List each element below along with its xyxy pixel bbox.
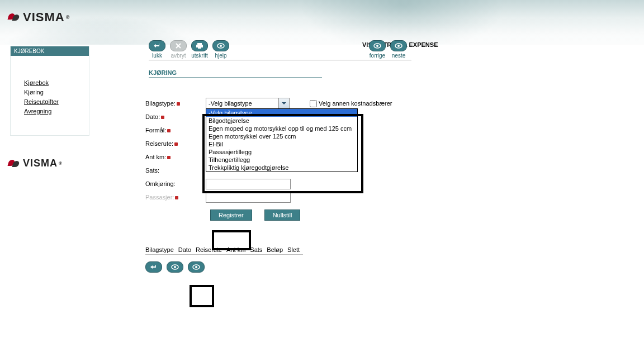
results-table-header: Bilagstype Dato Reiserute Ant km Sats Be… <box>145 246 303 255</box>
required-marker <box>177 102 180 106</box>
bilagstype-dropdown[interactable]: -Velg bilagstype Bilgodtgjørelse Egen mo… <box>206 108 358 172</box>
col-bilagstype: Bilagstype <box>145 246 174 253</box>
bilagstype-option[interactable]: Bilgodtgjørelse <box>206 117 357 125</box>
return-icon[interactable] <box>145 261 162 273</box>
chevron-down-icon[interactable] <box>278 98 289 108</box>
bottom-icon-row <box>145 261 492 273</box>
col-sats: Sats <box>250 246 262 253</box>
nullstill-button[interactable]: Nullstill <box>264 209 301 221</box>
sidebar-item-avregning[interactable]: Avregning <box>24 107 83 116</box>
col-dato: Dato <box>178 246 191 253</box>
svg-rect-2 <box>198 47 201 49</box>
registrer-button[interactable]: Registrer <box>210 209 252 221</box>
brand-logo-side: VISMA ® <box>8 158 63 169</box>
required-marker <box>174 142 178 146</box>
eye-icon[interactable] <box>188 261 205 273</box>
toolbar-close-label: lukk <box>152 53 162 59</box>
toolbar-next[interactable]: neste <box>390 40 407 59</box>
eye-icon[interactable] <box>167 261 183 273</box>
label-sats: Sats: <box>145 167 206 174</box>
bilagstype-option[interactable]: Tilhengertillegg <box>206 156 357 164</box>
section-title: KJØRING <box>149 68 177 77</box>
return-icon <box>149 40 165 51</box>
bilagstype-option[interactable]: Egen moped og motorsykkel opp til og med… <box>206 125 357 132</box>
bilagstype-option[interactable]: El-Bil <box>206 140 357 148</box>
sidebar-item-reiseutgifter[interactable]: Reiseutgifter <box>24 97 83 107</box>
svg-point-8 <box>397 45 400 47</box>
other-cost-label: Velg annen kostnadsbærer <box>319 100 392 107</box>
label-formal: Formål: <box>145 127 206 134</box>
toolbar: lukk avbryt utskrift hjelp <box>149 40 411 60</box>
col-slett: Slett <box>287 246 300 253</box>
col-reiserute: Reiserute <box>196 246 222 253</box>
required-marker <box>161 116 164 119</box>
svg-point-12 <box>195 266 197 268</box>
sidebar-header: KJØREBOK <box>11 46 89 56</box>
x-icon <box>170 40 187 51</box>
brand-registered: ® <box>66 15 70 20</box>
toolbar-help-label: hjelp <box>215 53 226 59</box>
omkjoring-input[interactable] <box>206 179 291 189</box>
other-cost-checkbox[interactable]: Velg annen kostnadsbærer <box>310 100 392 107</box>
svg-rect-0 <box>197 43 202 45</box>
col-belop: Beløp <box>267 246 283 253</box>
bilagstype-option[interactable]: Passasjertillegg <box>206 148 357 156</box>
svg-point-6 <box>376 45 378 47</box>
svg-point-10 <box>174 266 176 268</box>
bilagstype-select[interactable]: -Velg bilagstype -Velg bilagstype Bilgod… <box>206 98 290 109</box>
svg-point-4 <box>220 45 222 47</box>
toolbar-prev[interactable]: forrige <box>369 40 386 59</box>
label-passasjer: Passasjer: <box>145 194 206 201</box>
toolbar-prev-label: forrige <box>370 53 385 59</box>
eye-icon <box>390 40 407 51</box>
brand-swirl-icon <box>8 160 21 168</box>
section-heading: KJØRING <box>149 68 322 78</box>
required-marker <box>175 196 178 199</box>
brand-name: VISMA <box>23 10 65 25</box>
print-icon <box>191 40 208 51</box>
toolbar-print[interactable]: utskrift <box>191 40 208 59</box>
sidebar-item-kjoring[interactable]: Kjøring <box>24 88 83 97</box>
eye-icon <box>369 40 386 51</box>
brand-logo-top: VISMA ® <box>8 10 70 25</box>
required-marker <box>167 129 171 132</box>
bilagstype-selected: -Velg bilagstype <box>206 100 278 107</box>
required-marker <box>167 156 171 159</box>
toolbar-help[interactable]: hjelp <box>212 40 229 59</box>
toolbar-close[interactable]: lukk <box>149 40 165 59</box>
toolbar-cancel-label: avbryt <box>171 53 186 59</box>
brand-name: VISMA <box>23 158 58 169</box>
label-reiserute: Reiserute: <box>145 140 206 147</box>
passasjer-input <box>206 192 291 203</box>
label-dato: Dato: <box>145 113 206 120</box>
sidebar-item-kjorebok[interactable]: Kjørebok <box>24 78 83 88</box>
toolbar-next-label: neste <box>392 53 405 59</box>
bilagstype-option[interactable]: -Velg bilagstype <box>206 109 357 117</box>
annotation-box-bottom-icon <box>190 285 214 307</box>
toolbar-cancel: avbryt <box>170 40 187 59</box>
label-omkjoring: Omkjøring: <box>145 180 206 187</box>
bilagstype-option[interactable]: Trekkpliktig kjøregodtgjørelse <box>206 164 357 172</box>
eye-icon <box>212 40 229 51</box>
brand-swirl-icon <box>8 13 21 21</box>
label-antkm: Ant km: <box>145 154 206 160</box>
toolbar-print-label: utskrift <box>191 53 207 59</box>
col-antkm: Ant km <box>226 246 245 253</box>
label-bilagstype: Bilagstype: <box>145 100 206 107</box>
sidebar: KJØREBOK Kjørebok Kjøring Reiseutgifter … <box>10 46 89 136</box>
other-cost-checkbox-input[interactable] <box>310 100 317 107</box>
brand-registered: ® <box>59 161 63 166</box>
bilagstype-option[interactable]: Egen motorsykkel over 125 ccm <box>206 132 357 140</box>
